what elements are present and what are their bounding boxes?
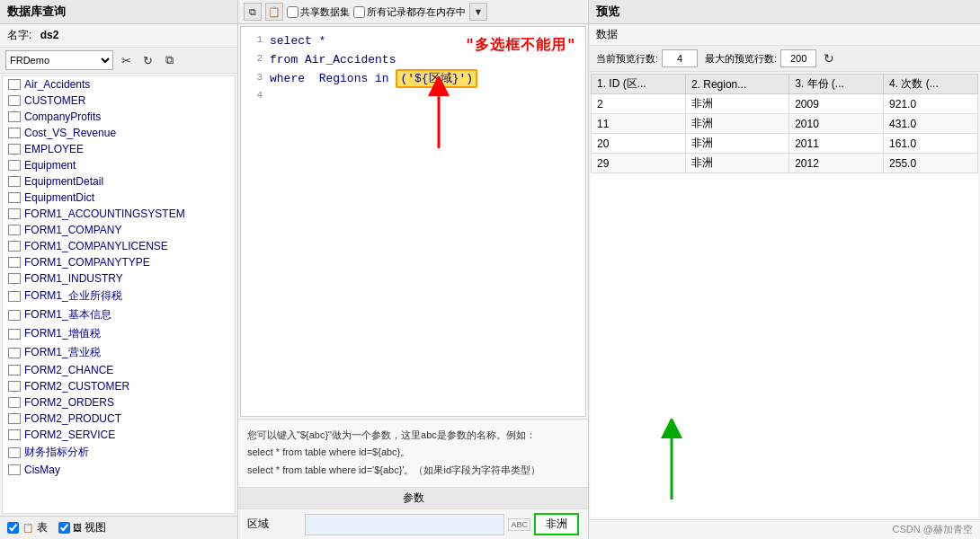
scissors-icon[interactable]: ✂ xyxy=(117,51,135,69)
table-list-item[interactable]: FORM2_ORDERS xyxy=(3,394,235,411)
table-item-icon xyxy=(8,381,21,392)
current-rows-label: 当前预览行数: xyxy=(596,52,658,66)
table-cell: 2 xyxy=(592,94,686,114)
hint-box: 您可以键入"${abc}"做为一个参数，这里abc是参数的名称。例如： sele… xyxy=(238,419,588,487)
middle-panel: ⧉ 📋 共享数据集 所有记录都存在内存中 ▼ 1 select * 2 xyxy=(238,0,589,539)
name-label: 名字: xyxy=(7,29,31,41)
memory-checkbox[interactable] xyxy=(353,6,365,18)
table-item-label: FORM1_COMPANY xyxy=(24,224,121,236)
table-item-label: Cost_VS_Revenue xyxy=(24,127,116,139)
table-item-icon xyxy=(8,397,21,408)
table-list-item[interactable]: FORM1_ACCOUNTINGSYSTEM xyxy=(3,206,235,222)
view-checkbox[interactable] xyxy=(58,522,70,534)
table-list-item[interactable]: CUSTOMER xyxy=(3,93,235,109)
table-item-label: 财务指标分析 xyxy=(24,445,89,460)
share-checkbox-label: 共享数据集 xyxy=(287,5,350,19)
right-panel: 预览 数据 当前预览行数: 最大的预览行数: ↻ 1. ID (区... 2. … xyxy=(589,0,980,539)
table-list-item[interactable]: FORM1_增值税 xyxy=(3,324,235,343)
table-row: 29非洲2012255.0 xyxy=(592,154,978,173)
table-list-item[interactable]: Equipment xyxy=(3,157,235,173)
param-highlight: ('${区域}') xyxy=(396,69,477,88)
current-rows-control: 当前预览行数: xyxy=(596,49,698,67)
table-item-icon xyxy=(8,79,21,90)
table-list-item[interactable]: FORM1_COMPANYLICENSE xyxy=(3,238,235,254)
max-rows-input[interactable] xyxy=(780,49,816,67)
table-cell: 非洲 xyxy=(685,154,788,173)
table-list-item[interactable]: CompanyProfits xyxy=(3,109,235,125)
db-select[interactable]: FRDemo xyxy=(5,50,113,70)
table-list-item[interactable]: FORM1_营业税 xyxy=(3,343,235,362)
table-item-icon xyxy=(8,464,21,475)
table-list-item[interactable]: CisMay xyxy=(3,462,235,478)
name-value: ds2 xyxy=(40,29,59,41)
table-item-icon xyxy=(8,95,21,106)
table-item-label: FORM1_增值税 xyxy=(24,326,101,341)
table-item-label: Equipment xyxy=(24,159,76,172)
table-item-icon xyxy=(8,208,21,219)
hint-text3: select * from table where id='${abc}'。（如… xyxy=(247,462,579,480)
param-value-box: 非洲 xyxy=(534,513,579,535)
copy-icon[interactable]: ⧉ xyxy=(160,51,178,69)
table-list-item[interactable]: EquipmentDetail xyxy=(3,173,235,190)
table-checkbox[interactable] xyxy=(7,522,19,534)
memory-checkbox-label: 所有记录都存在内存中 xyxy=(353,5,466,19)
table-list-item[interactable]: FORM1_基本信息 xyxy=(3,305,235,324)
table-row: 11非洲2010431.0 xyxy=(592,114,978,134)
table-list-item[interactable]: FORM1_INDUSTRY xyxy=(3,270,235,287)
sql-editor[interactable]: 1 select * 2 from Air_Accidents 3 where … xyxy=(240,26,586,417)
sql-line-3: 3 where Regions in ('${区域}') xyxy=(245,70,582,89)
table-cell: 非洲 xyxy=(685,94,788,114)
col-region: 2. Region... xyxy=(685,75,788,94)
left-panel-title: 数据库查询 xyxy=(0,0,237,24)
table-item-label: FORM2_CUSTOMER xyxy=(24,380,129,393)
table-item-icon xyxy=(8,225,21,235)
table-list-item[interactable]: FORM2_PRODUCT xyxy=(3,411,235,427)
table-item-label: EquipmentDetail xyxy=(24,175,103,188)
table-list-item[interactable]: FORM1_COMPANYTYPE xyxy=(3,254,235,270)
table-item-icon xyxy=(8,111,21,122)
copy2-icon[interactable]: ⧉ xyxy=(244,3,262,21)
table-list-item[interactable]: FORM1_COMPANY xyxy=(3,222,235,238)
table-list-item[interactable]: FORM2_CHANCE xyxy=(3,362,235,378)
paste-icon[interactable]: 📋 xyxy=(265,3,283,21)
param-row: 区域 ABC 非洲 xyxy=(238,509,588,539)
table-list-item[interactable]: FORM2_CUSTOMER xyxy=(3,378,235,394)
col-year: 3. 年份 (... xyxy=(789,75,884,94)
preview-refresh-icon[interactable]: ↻ xyxy=(824,51,834,66)
table-list-item[interactable]: EquipmentDict xyxy=(3,190,235,206)
preview-table: 1. ID (区... 2. Region... 3. 年份 (... 4. 次… xyxy=(591,74,978,173)
table-item-icon xyxy=(8,128,21,138)
table-item-icon xyxy=(8,291,21,302)
refresh-icon[interactable]: ↻ xyxy=(138,51,156,69)
table-list-item[interactable]: Cost_VS_Revenue xyxy=(3,125,235,141)
green-arrow-svg xyxy=(645,419,699,508)
name-row: 名字: ds2 xyxy=(0,24,237,48)
table-list-item[interactable]: FORM1_企业所得税 xyxy=(3,287,235,305)
memory-label: 所有记录都存在内存中 xyxy=(367,5,466,19)
table-cell: 431.0 xyxy=(884,114,978,134)
table-list-item[interactable]: FORM2_SERVICE xyxy=(3,427,235,443)
view-label: 视图 xyxy=(85,520,106,535)
table-list-item[interactable]: 财务指标分析 xyxy=(3,443,235,462)
table-item-label: EMPLOYEE xyxy=(24,143,84,155)
param-label: 区域 xyxy=(247,517,301,532)
dropdown-icon[interactable]: ▼ xyxy=(469,3,487,21)
table-list-item[interactable]: Air_Accidents xyxy=(3,76,235,93)
table-item-label: FORM1_ACCOUNTINGSYSTEM xyxy=(24,208,185,220)
table-row: 2非洲2009921.0 xyxy=(592,94,978,114)
table-item-label: Air_Accidents xyxy=(24,78,90,91)
table-list-item[interactable]: EMPLOYEE xyxy=(3,141,235,157)
share-label: 共享数据集 xyxy=(300,5,350,19)
param-input[interactable] xyxy=(305,514,504,535)
param-section: 参数 区域 ABC 非洲 xyxy=(238,487,588,539)
view-checkbox-item: 🖼 视图 xyxy=(58,520,106,535)
table-item-label: FORM1_企业所得税 xyxy=(24,288,122,304)
table-cell: 255.0 xyxy=(884,154,978,173)
share-checkbox[interactable] xyxy=(287,6,298,18)
current-rows-input[interactable] xyxy=(662,49,698,67)
table-item-icon xyxy=(8,192,21,203)
table-item-icon xyxy=(8,273,21,284)
col-id: 1. ID (区... xyxy=(592,75,686,94)
table-cell: 29 xyxy=(592,154,686,173)
table-item-label: CUSTOMER xyxy=(24,94,85,107)
